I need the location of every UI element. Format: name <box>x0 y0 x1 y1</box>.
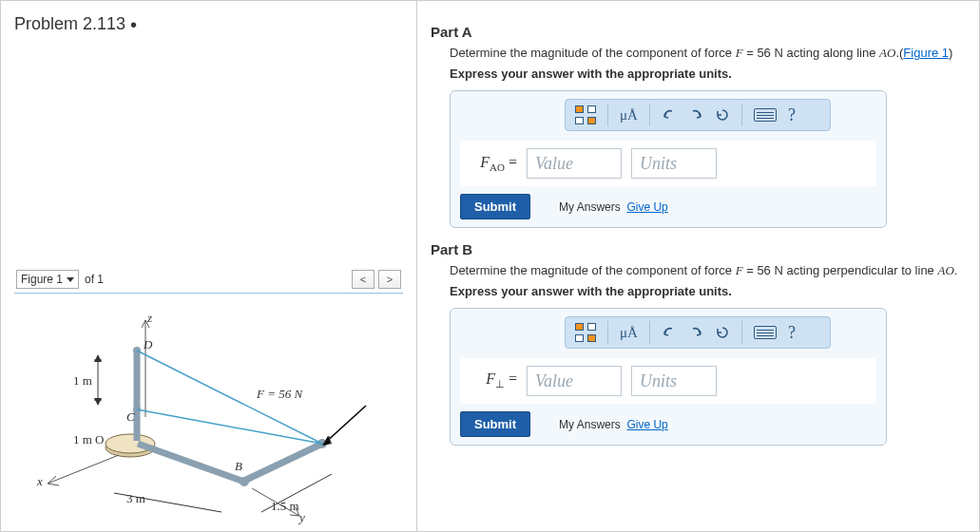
reset-icon[interactable] <box>715 326 730 339</box>
origin-label: 1 m O <box>73 432 105 447</box>
svg-marker-25 <box>94 354 102 362</box>
templates-icon[interactable] <box>575 105 596 124</box>
part-b-var-label: F⊥ = <box>470 370 517 390</box>
part-b-units-input[interactable]: Units <box>631 366 717 396</box>
status-dot-icon: • <box>130 14 137 35</box>
chevron-down-icon <box>67 277 74 282</box>
figure-select[interactable]: Figure 1 <box>16 270 79 289</box>
part-b-toolbar: μÅ ? <box>565 316 831 349</box>
axis-x-label: x <box>37 474 43 489</box>
point-d-label: D <box>144 337 152 352</box>
svg-line-8 <box>48 455 119 484</box>
part-b-title: Part B <box>431 241 966 257</box>
undo-icon[interactable] <box>662 326 677 339</box>
part-a-hints: My Answers Give Up <box>559 200 668 214</box>
part-a-prompt: Determine the magnitude of the component… <box>450 46 966 61</box>
figure-link[interactable]: Figure 1 <box>903 46 949 60</box>
part-a-var-label: FAO = <box>470 154 517 173</box>
axis-z-label: z <box>147 311 152 326</box>
svg-line-13 <box>246 444 322 480</box>
figure-count-label: of 1 <box>85 273 104 286</box>
point-b-label: B <box>235 459 242 474</box>
svg-line-10 <box>48 484 59 485</box>
units-button[interactable]: μÅ <box>620 107 638 124</box>
part-a-title: Part A <box>431 24 966 40</box>
dim-3m: 3 m <box>126 491 145 506</box>
units-button[interactable]: μÅ <box>620 325 638 341</box>
templates-icon[interactable] <box>575 323 596 342</box>
part-b-instruction: Express your answer with the appropriate… <box>450 284 966 298</box>
keyboard-icon[interactable] <box>754 326 777 339</box>
part-b-hints: My Answers Give Up <box>559 418 668 431</box>
figure-diagram: z x y D C B A 1 m 1 m O 3 m 1.5 m F = 56… <box>14 303 404 522</box>
keyboard-icon[interactable] <box>754 108 777 122</box>
point-c-label: C <box>126 409 135 425</box>
figure-bar: Figure 1 of 1 < > <box>14 266 403 294</box>
undo-icon[interactable] <box>662 108 677 122</box>
redo-icon[interactable] <box>688 108 703 122</box>
dim-1-5m: 1.5 m <box>271 499 299 514</box>
part-b-value-input[interactable]: Value <box>527 366 622 396</box>
part-a-giveup-link[interactable]: Give Up <box>626 200 667 214</box>
svg-marker-26 <box>94 398 102 406</box>
svg-line-16 <box>137 409 322 444</box>
part-a-answer-box: μÅ ? FAO = Value Units <box>450 90 887 228</box>
svg-line-11 <box>138 444 244 482</box>
part-a-units-input[interactable]: Units <box>631 148 717 179</box>
redo-icon[interactable] <box>688 326 703 339</box>
chevron-left-icon: < <box>360 274 366 285</box>
help-icon[interactable]: ? <box>788 105 796 125</box>
figure-next-button[interactable]: > <box>378 270 401 289</box>
part-b-answer-box: μÅ ? F⊥ = Value Units S <box>450 308 887 446</box>
figure-select-label: Figure 1 <box>21 273 63 286</box>
problem-title: Problem 2.113 • <box>14 14 403 36</box>
part-a-value-input[interactable]: Value <box>527 148 622 179</box>
svg-line-9 <box>48 476 56 484</box>
part-b-giveup-link[interactable]: Give Up <box>626 418 667 431</box>
reset-icon[interactable] <box>715 108 730 122</box>
figure-prev-button[interactable]: < <box>352 270 375 289</box>
part-a-submit-button[interactable]: Submit <box>460 194 530 219</box>
point-a-label: A <box>324 432 332 447</box>
chevron-right-icon: > <box>387 274 393 285</box>
part-b-prompt: Determine the magnitude of the component… <box>450 263 966 278</box>
problem-title-text: Problem 2.113 <box>14 14 125 33</box>
part-a-toolbar: μÅ ? <box>565 99 831 131</box>
axis-y-label: y <box>299 510 305 525</box>
svg-line-3 <box>142 320 145 328</box>
help-icon[interactable]: ? <box>788 323 796 343</box>
dim-1m-top: 1 m <box>73 373 92 389</box>
part-a-instruction: Express your answer with the appropriate… <box>450 66 966 81</box>
force-label: F = 56 N <box>257 387 302 402</box>
part-b-submit-button[interactable]: Submit <box>460 411 530 437</box>
